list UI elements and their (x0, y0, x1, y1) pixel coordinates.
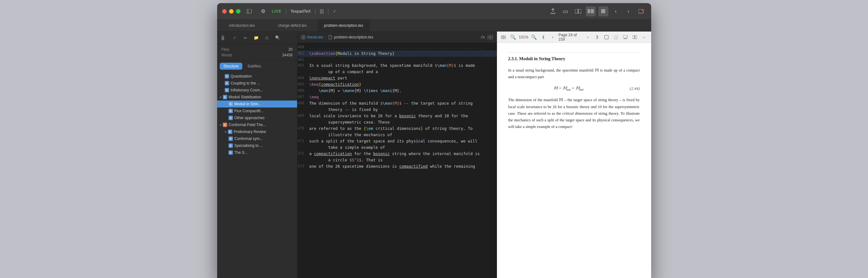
preview-first-page-btn[interactable]: ⟪ (540, 33, 547, 41)
sidebar-toolbar: ✓ ∞ 📁 ⚠ 🔍 (217, 31, 297, 44)
settings-button[interactable]: ⚙ (258, 6, 268, 17)
code-line-463: 463 In a usual string background, the sp… (298, 62, 497, 75)
preview-next-page-btn[interactable]: › (584, 33, 591, 41)
editor-content[interactable]: 460 ....................................… (298, 43, 497, 278)
sidebar: ✓ ∞ 📁 ⚠ 🔍 Files 20 Words 34458 Structure… (217, 31, 298, 278)
separator3: | (328, 8, 329, 15)
preview-fit-page-btn[interactable] (603, 33, 610, 41)
app-name-label: TexpadTeX (290, 9, 311, 13)
tab-structure[interactable]: Structure (220, 63, 243, 70)
nav-forward-button[interactable]: › (623, 6, 633, 17)
tree-item-preliminary[interactable]: ▾ S Preliminary Review (217, 128, 297, 135)
tree-label: Moduli in Strin... (235, 102, 294, 106)
tree-label: Conformal sym... (235, 137, 294, 141)
svg-rect-27 (632, 35, 634, 39)
svg-rect-15 (490, 35, 493, 37)
tree-item-conformal-sym[interactable]: S Conformal sym... (217, 135, 297, 142)
sidebar-warning-button[interactable]: ⚠ (262, 33, 271, 42)
code-line-469: 469 local scale invariance to be 26 for … (298, 113, 497, 126)
code-line-468: 468 The dimension of the manifold $\man{… (298, 100, 497, 113)
layout-4-button[interactable] (598, 6, 608, 17)
tree-label: Preliminary Review (234, 130, 294, 134)
tree-label: Moduli Stabilisation (229, 95, 294, 99)
zoom-level: 101% (519, 35, 528, 39)
words-label: Words (222, 53, 232, 57)
sidebar-toggle-button[interactable] (244, 6, 254, 17)
preview-zoom-out-icon[interactable]: 🔍 (509, 33, 517, 41)
sidebar-structure-icon[interactable] (220, 33, 228, 42)
preview-zoom-in-icon[interactable]: 🔍 (530, 33, 538, 41)
equation-number: (2.44) (630, 85, 640, 92)
preview-last-page-btn[interactable]: ⟫ (593, 33, 601, 41)
gear-icon: ⚙ (261, 8, 265, 14)
layout-1-button[interactable]: ▭ (560, 6, 570, 17)
window-expand-button[interactable] (636, 6, 646, 17)
tree-item-quantisation[interactable]: S Quantisation (217, 73, 297, 80)
live-badge: LIVE (272, 9, 282, 13)
tree-item-moduli-string[interactable]: S Moduli in Strin... (217, 101, 297, 108)
breadcrumb-root[interactable]: thesis.tex (308, 35, 323, 39)
svg-rect-5 (591, 9, 594, 13)
tree-label: Specialising to ... (235, 143, 294, 148)
share-button[interactable] (548, 6, 558, 17)
tree-item-coupling[interactable]: S Coupling to the ... (217, 80, 297, 87)
sidebar-check-button[interactable]: ✓ (230, 33, 239, 42)
nav-back-button[interactable]: ‹ (611, 6, 621, 17)
tree-label: Coupling to the ... (231, 81, 294, 85)
minimize-button[interactable] (229, 9, 234, 13)
svg-rect-6 (601, 9, 605, 13)
badge-s: S (228, 102, 233, 106)
titlebar: ⚙ LIVE | TexpadTeX | ||| | ✓ ▭ (217, 3, 651, 20)
check-circle-icon: ✓ (333, 8, 337, 14)
tree-item-other[interactable]: S Other approaches (217, 114, 297, 121)
badge-s: S (228, 143, 233, 148)
chevron-down-icon: ▾ (225, 130, 226, 134)
preview-sync-btn[interactable]: ⬜ (612, 33, 620, 41)
italic-text: critical dimensions (562, 111, 593, 116)
tree-item-flux[interactable]: S Flux Compactifi... (217, 108, 297, 114)
fullscreen-button[interactable] (236, 9, 241, 13)
document-icon (301, 35, 306, 39)
layout-3-button[interactable] (586, 6, 596, 17)
separator: | (285, 8, 287, 15)
tree-item-inflationary[interactable]: S Inflationary Cosm... (217, 87, 297, 93)
badge-s: S (225, 81, 229, 85)
sqrt-label[interactable]: √x (480, 35, 485, 39)
preview-display-btn[interactable] (622, 33, 629, 41)
sidebar-search-button[interactable]: 🔍 (273, 33, 282, 42)
file-icon (328, 35, 332, 39)
tab-introduction[interactable]: introduction.tex (217, 20, 268, 31)
code-line-464: 464 \noncompact part (298, 75, 497, 81)
filter-icon: ||| (320, 8, 323, 14)
layout-2-button[interactable] (573, 6, 583, 17)
breadcrumb-toolbar-right: √x (480, 35, 493, 39)
tree-item-the-s[interactable]: S The S... (217, 149, 297, 156)
app-window: ⚙ LIVE | TexpadTeX | ||| | ✓ ▭ (217, 3, 651, 278)
typeset-settings-button[interactable]: ||| (320, 8, 323, 14)
tab-problem-description[interactable]: problem-description.tex (318, 20, 370, 31)
file-tree: S Quantisation S Coupling to the ... S I… (217, 72, 297, 278)
tab-subfiles[interactable]: Subfiles (244, 63, 265, 70)
badge-s: S (225, 88, 229, 92)
tab-charge-deficit[interactable]: charge-deficit.tex (268, 20, 318, 31)
svg-rect-2 (575, 9, 578, 13)
sidebar-loop-button[interactable]: ∞ (241, 33, 250, 42)
close-button[interactable] (222, 9, 226, 13)
tree-item-conformal[interactable]: ▾ C Conformal Field The... (217, 121, 297, 128)
check-button[interactable]: ✓ (333, 8, 337, 14)
preview-section-title: 2.3.1. Moduli in String Theory (508, 55, 640, 63)
tree-item-moduli-stab[interactable]: ▾ S Moduli Stabilisation (217, 93, 297, 101)
badge-c: C (223, 122, 227, 127)
tree-item-specialising[interactable]: S Specialising to ... (217, 142, 297, 149)
preview-para-2: The dimension of the manifold 𝕄 – the ta… (508, 97, 640, 130)
grid-view-icon[interactable] (488, 35, 493, 39)
preview-more-btn[interactable]: ··· (641, 33, 648, 41)
svg-rect-19 (503, 35, 505, 37)
sidebar-folder-button[interactable]: 📁 (252, 33, 260, 42)
titlebar-right-controls: ▭ ‹ › (548, 6, 646, 17)
preview-prev-page-btn[interactable]: ‹ (549, 33, 557, 41)
preview-grid-icon[interactable] (500, 33, 508, 41)
preview-split-view-btn[interactable] (631, 33, 639, 41)
code-line-470: 470 are referred to as the {\em critical… (298, 126, 497, 138)
preview-area: 🔍 101% 🔍 ⟪ ‹ Page 24 of 159 › ⟫ ⬜ (497, 31, 651, 278)
